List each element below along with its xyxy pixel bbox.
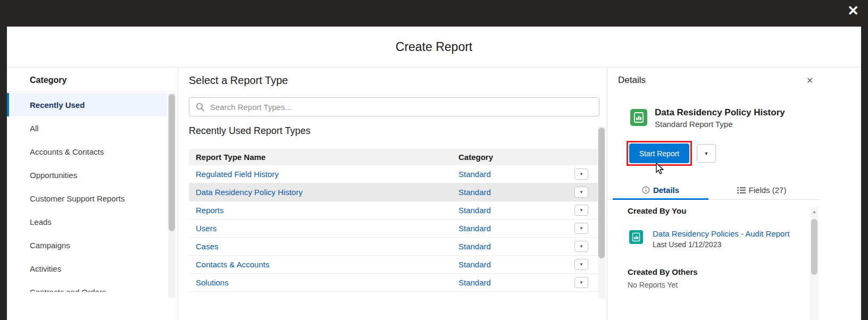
sidebar-item-recently-used[interactable]: Recently Used bbox=[7, 93, 167, 116]
sidebar-item-opportunities[interactable]: Opportunities bbox=[7, 163, 167, 187]
overlay-close-icon[interactable]: ✕ bbox=[847, 4, 859, 18]
report-type-link[interactable]: Cases bbox=[189, 242, 458, 251]
report-type-table: Report Type Name Category Regulated Fiel… bbox=[189, 149, 599, 292]
category-link[interactable]: Standard bbox=[458, 260, 491, 269]
created-by-you-header: Created By You bbox=[628, 206, 686, 215]
modal-header: Create Report bbox=[7, 27, 861, 68]
start-report-button[interactable]: Start Report bbox=[629, 144, 689, 163]
category-link[interactable]: Standard bbox=[458, 242, 491, 251]
report-type-link[interactable]: Reports bbox=[189, 206, 458, 215]
tab-label: Details bbox=[653, 186, 679, 195]
search-box[interactable] bbox=[189, 97, 599, 116]
report-type-link[interactable]: Contacts & Accounts bbox=[189, 260, 458, 269]
details-scrollbar[interactable]: ▲ bbox=[810, 207, 819, 320]
recently-used-section-title: Recently Used Report Types bbox=[189, 125, 311, 137]
row-actions-dropdown-button[interactable]: ▼ bbox=[574, 241, 588, 252]
category-list: Recently Used All Accounts & Contacts Op… bbox=[7, 93, 167, 292]
sidebar-item-activities[interactable]: Activities bbox=[7, 257, 167, 280]
chevron-down-icon: ▼ bbox=[579, 208, 583, 213]
sidebar-item-label: Customer Support Reports bbox=[30, 194, 124, 203]
saved-report-link[interactable]: Data Residency Policies - Audit Report bbox=[653, 229, 790, 238]
row-actions-dropdown-button[interactable]: ▼ bbox=[574, 187, 588, 198]
tab-details[interactable]: Details bbox=[613, 181, 708, 199]
category-link[interactable]: Standard bbox=[458, 170, 491, 179]
details-close-icon[interactable]: ✕ bbox=[806, 75, 813, 86]
details-scrollbar-thumb[interactable] bbox=[811, 219, 817, 275]
table-row[interactable]: Data Residency Policy History Standard ▼ bbox=[189, 183, 599, 201]
sidebar-item-campaigns[interactable]: Campaigns bbox=[7, 233, 167, 257]
sidebar-item-all[interactable]: All bbox=[7, 116, 167, 140]
sidebar-item-label: Contracts and Orders bbox=[30, 288, 106, 292]
category-header: Category bbox=[7, 68, 178, 92]
selected-report-type-subtitle: Standard Report Type bbox=[655, 120, 732, 129]
tab-label: Fields (27) bbox=[749, 186, 787, 195]
table-row[interactable]: Cases Standard ▼ bbox=[189, 238, 599, 256]
scroll-up-arrow-icon[interactable]: ▲ bbox=[810, 207, 819, 214]
report-icon bbox=[629, 230, 643, 244]
sidebar-scrollbar-thumb[interactable] bbox=[169, 94, 175, 231]
sidebar-item-leads[interactable]: Leads bbox=[7, 210, 167, 233]
report-type-search-input[interactable] bbox=[205, 103, 599, 112]
sidebar-item-label: Accounts & Contacts bbox=[30, 147, 104, 156]
main-title: Select a Report Type bbox=[189, 74, 288, 87]
category-link[interactable]: Standard bbox=[458, 188, 491, 197]
row-actions-dropdown-button[interactable]: ▼ bbox=[574, 223, 588, 234]
created-by-others-empty-text: No Reports Yet bbox=[628, 281, 678, 289]
table-scrollbar-thumb[interactable] bbox=[598, 128, 605, 258]
search-icon bbox=[196, 103, 205, 112]
report-type-link[interactable]: Users bbox=[189, 224, 458, 233]
row-actions-dropdown-button[interactable]: ▼ bbox=[574, 169, 588, 180]
modal-title: Create Report bbox=[396, 40, 472, 54]
table-scrollbar[interactable] bbox=[598, 126, 606, 299]
sidebar-item-label: Leads bbox=[30, 217, 52, 226]
report-type-icon bbox=[630, 109, 647, 126]
chevron-down-icon: ▼ bbox=[579, 280, 583, 285]
sidebar-item-label: Recently Used bbox=[30, 100, 85, 110]
sidebar-item-customer-support-reports[interactable]: Customer Support Reports bbox=[7, 187, 167, 210]
table-row[interactable]: Contacts & Accounts Standard ▼ bbox=[189, 256, 599, 274]
chevron-down-icon: ▼ bbox=[579, 226, 583, 231]
row-actions-dropdown-button[interactable]: ▼ bbox=[574, 277, 588, 288]
column-header-category: Category bbox=[458, 153, 599, 162]
sidebar-item-contracts-and-orders[interactable]: Contracts and Orders bbox=[7, 280, 167, 292]
sidebar-item-label: Activities bbox=[30, 264, 61, 273]
sidebar-item-label: Campaigns bbox=[30, 241, 70, 250]
info-icon bbox=[642, 186, 650, 194]
fields-list-icon bbox=[737, 187, 746, 194]
category-link[interactable]: Standard bbox=[458, 206, 491, 215]
table-row[interactable]: Users Standard ▼ bbox=[189, 220, 599, 238]
report-type-link[interactable]: Data Residency Policy History bbox=[189, 188, 458, 197]
sidebar-item-label: Opportunities bbox=[30, 171, 77, 180]
chevron-down-icon: ▼ bbox=[579, 244, 583, 249]
sidebar-scrollbar[interactable] bbox=[168, 93, 176, 298]
chevron-down-icon: ▼ bbox=[704, 151, 709, 156]
details-panel-title: Details bbox=[618, 75, 646, 86]
modal-body: Category Recently Used All Accounts & Co… bbox=[7, 68, 861, 320]
saved-report-last-used: Last Used 1/12/2023 bbox=[653, 240, 721, 249]
chevron-down-icon: ▼ bbox=[579, 172, 583, 176]
table-row[interactable]: Regulated Field History Standard ▼ bbox=[189, 165, 599, 183]
category-link[interactable]: Standard bbox=[458, 278, 491, 287]
table-row[interactable]: Reports Standard ▼ bbox=[189, 201, 599, 220]
start-report-dropdown-button[interactable]: ▼ bbox=[697, 144, 716, 163]
category-sidebar: Category Recently Used All Accounts & Co… bbox=[7, 68, 178, 320]
mouse-cursor bbox=[654, 163, 666, 175]
row-actions-dropdown-button[interactable]: ▼ bbox=[574, 259, 588, 270]
report-type-main: Select a Report Type Recently Used Repor… bbox=[178, 68, 607, 320]
sidebar-item-accounts-contacts[interactable]: Accounts & Contacts bbox=[7, 140, 167, 163]
selected-report-type-name: Data Residency Policy History bbox=[655, 107, 785, 118]
tab-fields[interactable]: Fields (27) bbox=[722, 181, 802, 199]
report-type-link[interactable]: Regulated Field History bbox=[189, 170, 458, 179]
row-actions-dropdown-button[interactable]: ▼ bbox=[574, 205, 588, 216]
details-tabs: Details Fields (27) bbox=[607, 181, 820, 200]
sidebar-item-label: All bbox=[30, 124, 39, 133]
created-by-others-header: Created By Others bbox=[628, 267, 698, 276]
column-header-report-type-name: Report Type Name bbox=[189, 153, 458, 162]
category-link[interactable]: Standard bbox=[458, 224, 491, 233]
create-report-modal: Create Report Category Recently Used All… bbox=[7, 27, 861, 320]
table-header-row: Report Type Name Category bbox=[189, 149, 599, 165]
chevron-down-icon: ▼ bbox=[579, 262, 583, 267]
details-panel: Details ✕ Data Residency Policy History … bbox=[607, 68, 861, 320]
table-row[interactable]: Solutions Standard ▼ bbox=[189, 274, 599, 292]
report-type-link[interactable]: Solutions bbox=[189, 278, 458, 287]
